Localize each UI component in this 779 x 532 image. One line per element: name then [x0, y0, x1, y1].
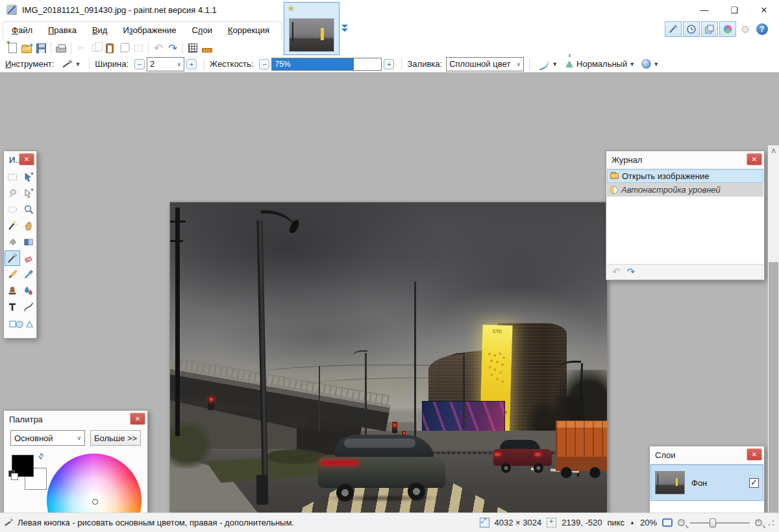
help-button[interactable]: ? [754, 21, 770, 37]
blend-mode-button[interactable]: Нормальный ▼ [561, 58, 638, 70]
zoom-to-window-button[interactable] [662, 518, 673, 527]
tools-close-button[interactable]: ✕ [19, 153, 34, 165]
close-button[interactable]: ✕ [749, 0, 779, 19]
tool-shapes[interactable] [5, 315, 36, 331]
sampling-button[interactable]: ▼ [638, 58, 662, 70]
canvas[interactable]: СТС С 19 НОЯБРЯ [169, 202, 608, 532]
history-item-open-image[interactable]: Открыть изображение [607, 169, 763, 183]
reset-colors-icon[interactable] [8, 470, 15, 477]
layers-close-button[interactable]: ✕ [747, 448, 762, 461]
menu-edit[interactable]: Правка [42, 23, 83, 38]
menu-image[interactable]: Изображение [116, 23, 182, 38]
hardness-increase-button[interactable]: + [384, 59, 394, 69]
open-button[interactable] [19, 41, 34, 55]
tool-pencil[interactable] [5, 267, 20, 282]
menu-adjustments[interactable]: Коррекция [221, 23, 276, 38]
settings-button[interactable]: ⚙ [737, 21, 753, 37]
redo-button[interactable]: ↷ [166, 41, 180, 55]
toolbar-separator [182, 42, 183, 54]
layers-window-toggle[interactable] [701, 21, 718, 37]
undo-button[interactable]: ↶ [151, 41, 166, 55]
tool-recolor[interactable] [21, 283, 36, 298]
hardness-decrease-button[interactable]: − [259, 59, 269, 69]
history-window: Журнал ✕ Открыть изображение Автонастрой… [606, 151, 765, 280]
vertical-scrollbar[interactable]: ᐱ ᐯ [768, 145, 779, 532]
tool-move-selection[interactable] [21, 186, 36, 201]
swap-colors-icon[interactable]: ⇄ [36, 450, 47, 461]
vertical-scrollbar-thumb[interactable] [769, 262, 778, 532]
menu-view[interactable]: Вид [86, 23, 114, 38]
tool-gradient[interactable] [21, 234, 36, 250]
image-list-chevron-icon[interactable] [340, 25, 350, 33]
antialiasing-button[interactable]: ▼ [535, 58, 561, 70]
tool-move-selected-pixels[interactable] [21, 169, 36, 185]
tool-line-curve[interactable] [21, 299, 36, 315]
deselect-button[interactable] [131, 41, 145, 55]
cut-button[interactable]: ✂ [74, 41, 88, 55]
tool-zoom[interactable] [21, 202, 36, 217]
app-icon [6, 5, 17, 15]
history-close-button[interactable]: ✕ [747, 153, 762, 165]
history-item-auto-levels[interactable]: Автонастройка уровней [607, 183, 763, 197]
units-dropdown-icon[interactable]: ▲ [630, 520, 635, 526]
tool-pan[interactable] [21, 218, 36, 234]
new-image-button[interactable] [5, 41, 19, 55]
width-decrease-button[interactable]: − [134, 59, 145, 69]
tool-eraser[interactable] [21, 250, 36, 266]
menu-layers[interactable]: Слои [185, 23, 219, 38]
menu-file[interactable]: Файл [5, 23, 39, 38]
history-window-toggle[interactable] [683, 21, 700, 37]
tool-lasso-select[interactable] [5, 186, 20, 201]
save-button[interactable] [34, 41, 48, 55]
tool-color-picker[interactable] [21, 267, 36, 282]
copy-icon [92, 44, 99, 52]
tool-ellipse-select[interactable] [5, 202, 20, 217]
blend-mode-value: Нормальный [576, 59, 627, 69]
more-button[interactable]: Больше >> [90, 430, 141, 446]
chevron-down-icon: ▼ [75, 61, 80, 67]
history-undo-button[interactable]: ↶ [612, 266, 621, 278]
toolbar-separator [51, 42, 51, 54]
fill-style-combo[interactable]: Сплошной цвет ∨ [446, 57, 524, 71]
crop-button[interactable] [117, 41, 131, 55]
tools-window-toggle[interactable] [665, 21, 682, 37]
copy-button[interactable] [88, 41, 103, 55]
scroll-up-icon[interactable]: ᐱ [768, 145, 779, 156]
pixel-grid-button[interactable] [186, 41, 200, 55]
minimize-button[interactable]: — [689, 0, 719, 19]
layers-window-title: Слои [655, 450, 676, 460]
layer-row-background[interactable]: Фон [650, 465, 763, 501]
zoom-slider[interactable] [690, 518, 750, 528]
print-button[interactable] [54, 41, 68, 55]
resize-grip[interactable] [767, 519, 775, 527]
colors-window-toggle[interactable] [719, 21, 736, 37]
paste-button[interactable] [103, 41, 117, 55]
units-value[interactable]: пикс [607, 518, 624, 527]
colors-close-button[interactable]: ✕ [130, 413, 145, 425]
width-combo[interactable]: 2 ∨ [147, 57, 184, 71]
image-tab[interactable]: ★ [284, 2, 340, 55]
image-tab-thumbnail [289, 18, 334, 52]
history-redo-button[interactable]: ↷ [627, 266, 636, 278]
tool-rectangle-select[interactable] [5, 169, 20, 185]
tool-paintbrush[interactable] [5, 250, 20, 266]
rulers-button[interactable] [200, 41, 214, 55]
zoom-slider-thumb[interactable] [710, 518, 716, 527]
current-tool-button[interactable]: ▼ [58, 57, 84, 71]
options-separator [401, 58, 402, 70]
tool-text[interactable] [5, 299, 20, 315]
hardness-field[interactable]: 75% [271, 58, 382, 71]
title-bar[interactable]: IMG_20181121_091430.jpg - paint.net верс… [0, 0, 779, 19]
color-mode-combo[interactable]: Основной ∨ [10, 430, 85, 446]
zoom-out-button[interactable] [678, 519, 685, 526]
tool-magic-wand[interactable] [5, 218, 20, 234]
zoom-in-button[interactable] [755, 519, 762, 526]
tool-clone-stamp[interactable] [5, 283, 20, 298]
wrench-icon [668, 24, 678, 34]
maximize-button[interactable]: ❑ [719, 0, 749, 19]
photo-traffic-light [208, 396, 214, 410]
tool-paint-bucket[interactable] [5, 234, 20, 250]
layer-visibility-checkbox[interactable] [749, 478, 759, 488]
zoom-percent-value[interactable]: 20% [640, 518, 657, 527]
width-increase-button[interactable]: + [186, 59, 197, 69]
